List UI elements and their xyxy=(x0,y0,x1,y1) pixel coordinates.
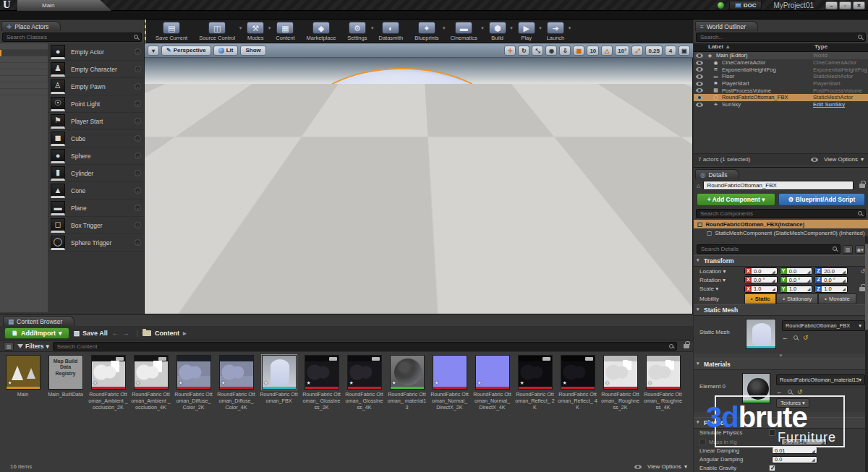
source-control-status-icon[interactable] xyxy=(717,1,725,9)
browse-to-asset-icon[interactable] xyxy=(793,335,798,340)
filters-button[interactable]: Filters ▾ xyxy=(17,343,49,350)
scale-tool-button[interactable]: ⤡ xyxy=(532,46,543,56)
asset-thumbnail[interactable]: ★ xyxy=(176,355,211,390)
placeable-actor-item[interactable]: ◻ Box Trigger › xyxy=(48,217,144,234)
menu-item[interactable] xyxy=(46,11,59,19)
outliner-row[interactable]: ⚑ PlayerStart PlayerStart xyxy=(694,80,868,87)
physics-section-header[interactable]: Physics xyxy=(694,417,868,429)
toolbar-button[interactable]: ▦ Content xyxy=(271,21,299,42)
blueprint-add-script-button[interactable]: ⚙ Blueprint/Add Script xyxy=(778,193,865,206)
asset-item[interactable]: ★ RoundFabric Ottoman_Reflect_ 2K xyxy=(515,355,555,411)
placeable-actor-item[interactable]: ⚑ Player Start › xyxy=(48,113,144,130)
drag-handle-icon[interactable]: › xyxy=(135,222,141,228)
outliner-view-options-button[interactable]: View Options ▾ xyxy=(811,156,864,163)
details-tab[interactable]: ◎Details xyxy=(695,169,739,179)
asset-item[interactable]: ★ Main xyxy=(3,355,43,411)
show-button[interactable]: Show xyxy=(240,46,265,56)
asset-item[interactable]: Map Build Data Registry Main_BuiltData xyxy=(46,355,85,411)
asset-thumbnail[interactable]: ★ xyxy=(91,355,126,390)
scale-x-field[interactable]: X1.0◢ xyxy=(744,286,778,293)
checkbox[interactable] xyxy=(699,439,706,445)
rotation-x-field[interactable]: X0.0 °◢ xyxy=(744,276,778,283)
section-collapse-caret[interactable]: ▼ xyxy=(694,353,868,359)
static-mesh-section-header[interactable]: Static Mesh xyxy=(694,304,868,316)
outliner-header[interactable]: Label ▲ Type xyxy=(694,43,868,52)
drag-handle-icon[interactable]: › xyxy=(135,135,141,142)
category-item[interactable] xyxy=(0,89,48,95)
drag-handle-icon[interactable]: › xyxy=(135,187,141,194)
category-item[interactable] xyxy=(0,76,48,82)
forward-button[interactable]: → xyxy=(122,329,132,337)
save-all-button[interactable]: ▤Save All xyxy=(74,330,108,337)
asset-item[interactable]: ★ RoundFabric Ottoman_Ambient _occlusion… xyxy=(131,355,171,411)
materials-section-header[interactable]: Materials xyxy=(694,359,868,370)
value-field[interactable]: 0.0◢ xyxy=(772,456,817,463)
rotate-tool-button[interactable]: ↻ xyxy=(518,46,529,56)
mobility-option-button[interactable]: ▪Static xyxy=(744,293,776,304)
visibility-eye-icon[interactable] xyxy=(696,61,703,65)
value-field[interactable]: 5.737948◢ xyxy=(781,438,827,445)
placeable-actor-item[interactable]: ◼ Cube › xyxy=(48,130,144,147)
visibility-eye-icon[interactable] xyxy=(696,53,703,58)
mobility-option-button[interactable]: ▪Stationary xyxy=(776,293,818,304)
close-button[interactable]: ✕ xyxy=(853,1,865,9)
section-collapse-caret[interactable]: ▼ xyxy=(694,412,868,417)
asset-thumbnail[interactable]: ★ xyxy=(646,355,681,390)
menu-item[interactable] xyxy=(32,11,45,19)
mobility-option-button[interactable]: ▪Movable xyxy=(818,293,856,304)
reset-location-icon[interactable]: ↺ xyxy=(860,268,865,275)
material-thumbnail[interactable] xyxy=(742,373,770,403)
visibility-eye-icon[interactable] xyxy=(696,88,703,93)
toolbar-button[interactable]: ◫ Source Control ▾ xyxy=(194,21,240,42)
reset-icon[interactable]: ↺ xyxy=(797,388,803,395)
transform-section-header[interactable]: Transform xyxy=(694,255,868,267)
asset-thumbnail[interactable]: ★ xyxy=(219,355,254,390)
outliner-row[interactable]: ▭ Floor StaticMeshActor xyxy=(694,73,868,80)
drag-handle-icon[interactable]: › xyxy=(135,66,141,72)
toolbar-button[interactable]: ➔ Launch ▾ xyxy=(542,21,570,42)
search-classes-input[interactable]: Search Classes xyxy=(2,33,142,42)
scale-lock-icon[interactable] xyxy=(859,287,865,291)
drag-handle-icon[interactable]: › xyxy=(135,48,141,55)
drag-handle-icon[interactable]: › xyxy=(135,153,141,159)
use-selected-asset-icon[interactable]: ← xyxy=(782,334,788,341)
title-bar[interactable]: U Main DOC MyProject01 – ▫ ✕ xyxy=(0,0,868,11)
drag-handle-icon[interactable]: › xyxy=(135,118,141,124)
asset-thumbnail[interactable]: ★ xyxy=(390,355,425,390)
placeable-actor-item[interactable]: ♙ Empty Pawn › xyxy=(48,78,144,95)
scale-z-field[interactable]: Z1.0◢ xyxy=(814,286,848,293)
asset-item[interactable]: ★ RoundFabric Ottoman_ Glossiness_2K xyxy=(302,355,341,411)
asset-item[interactable]: ★ RoundFabric Ottoman_Ambient _occlusion… xyxy=(88,355,128,411)
asset-thumbnail[interactable]: ★ xyxy=(475,355,510,390)
visibility-eye-icon[interactable] xyxy=(696,82,703,86)
toolbar-button[interactable]: ◆ Marketplace xyxy=(302,21,341,42)
drag-handle-icon[interactable]: › xyxy=(135,170,141,176)
view-toggle-icon[interactable]: ▥ xyxy=(4,342,14,351)
lit-button[interactable]: Lit xyxy=(213,46,239,56)
scale-y-field[interactable]: Y1.0◢ xyxy=(780,286,813,293)
toolbar-button[interactable]: ▬ Cinematics ▾ xyxy=(446,21,482,42)
move-tool-button[interactable]: ✛ xyxy=(504,46,516,56)
placeable-actor-item[interactable]: ☉ Point Light › xyxy=(48,95,144,113)
viewport-options-button[interactable]: ▾ xyxy=(148,46,159,56)
value-field[interactable]: 0.01◢ xyxy=(772,447,817,454)
toolbar-button[interactable]: ◐ Datasmith xyxy=(373,21,408,42)
asset-item[interactable]: ★ RoundFabric Ottoman_Diffuse_ Color_4K xyxy=(216,355,256,411)
placeable-actor-item[interactable]: ▲ Cone › xyxy=(48,182,144,199)
drag-handle-icon[interactable]: › xyxy=(135,83,141,90)
asset-item[interactable]: ★ RoundFabric Ottoman_FBX xyxy=(259,355,299,411)
use-selected-asset-icon[interactable]: ← xyxy=(776,388,783,395)
checkbox[interactable] xyxy=(769,429,775,436)
world-local-toggle-button[interactable]: ◉ xyxy=(545,46,557,56)
asset-item[interactable]: ★ RoundFabric Ottoman_Normal_ DirectX_2K xyxy=(430,355,469,411)
placeable-actor-item[interactable]: ● Sphere › xyxy=(48,147,144,165)
asset-thumbnail[interactable]: ★ xyxy=(603,355,638,390)
asset-thumbnail[interactable]: ★ xyxy=(262,355,297,390)
asset-item[interactable]: ★ RoundFabric Ottoman_ Roughness_2K xyxy=(600,355,640,411)
category-item[interactable] xyxy=(0,56,48,63)
asset-thumbnail[interactable]: ★ xyxy=(433,355,467,390)
textures-dropdown-button[interactable]: Textures ▾ xyxy=(776,398,809,408)
asset-item[interactable]: ★ RoundFabric Ottoman_Diffuse_ Color_2K xyxy=(174,355,213,411)
category-item[interactable] xyxy=(0,69,48,76)
static-mesh-dropdown[interactable]: RoundFabricOttoman_FBX▾ xyxy=(782,320,865,331)
